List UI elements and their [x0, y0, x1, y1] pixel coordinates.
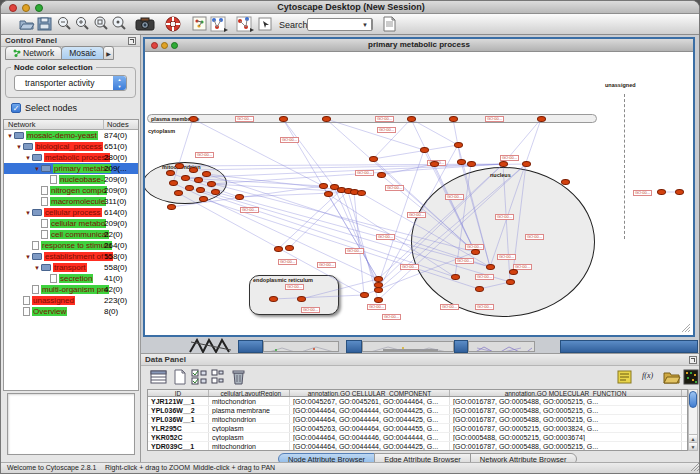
region-nucleus[interactable]: nucleus: [411, 167, 595, 317]
network-node[interactable]: [374, 287, 383, 293]
tree-row[interactable]: ▼mosaic-demo-yeast874(0): [4, 130, 138, 141]
network-node[interactable]: [467, 161, 476, 167]
select-all-attributes-icon[interactable]: [191, 369, 208, 385]
tree-row[interactable]: nucleobase-209(0): [4, 174, 138, 185]
network-node[interactable]: [506, 279, 515, 285]
background-window-titlebar[interactable]: [560, 340, 698, 353]
expander-icon[interactable]: ▼: [6, 133, 14, 139]
tree-row[interactable]: unassigned223(0): [4, 295, 138, 306]
delete-attribute-icon[interactable]: [231, 369, 246, 385]
network-node[interactable]: [324, 191, 333, 197]
network-node[interactable]: [166, 170, 175, 176]
view-resize-grip[interactable]: [682, 324, 691, 333]
select-attributes-icon[interactable]: [150, 369, 167, 385]
expander-icon[interactable]: ▼: [15, 144, 23, 150]
import-attributes-icon[interactable]: [663, 369, 681, 385]
unselect-all-attributes-icon[interactable]: [211, 369, 224, 385]
network-node[interactable]: [430, 161, 439, 167]
help-icon[interactable]: [165, 16, 182, 32]
network-node[interactable]: [297, 296, 306, 302]
network-node[interactable]: [174, 190, 183, 196]
zoom-out-icon[interactable]: [57, 16, 72, 32]
network-node[interactable]: [486, 264, 495, 270]
network-node[interactable]: [196, 187, 205, 193]
background-window-edge[interactable]: [346, 340, 362, 353]
table-scrollbar[interactable]: ▲ ▼: [688, 389, 698, 451]
tree-row[interactable]: cell communicat22(0): [4, 229, 138, 240]
network-node[interactable]: [537, 116, 546, 122]
network-node[interactable]: [522, 161, 531, 167]
tree-column-nodes[interactable]: Nodes: [103, 120, 129, 130]
network-node[interactable]: [475, 286, 484, 292]
take-snapshot-icon[interactable]: [135, 16, 155, 32]
tree-column-network[interactable]: Network: [8, 120, 36, 129]
tree-row[interactable]: ▼biological_process651(0): [4, 141, 138, 152]
expander-icon[interactable]: ▼: [33, 166, 41, 172]
network-node[interactable]: [207, 181, 216, 187]
network-node[interactable]: [657, 189, 666, 195]
network-node[interactable]: [279, 116, 288, 122]
zoom-in-icon[interactable]: [75, 16, 90, 32]
table-row[interactable]: YPL036W__2plasma membrane[GO:0044464, GO…: [148, 406, 687, 415]
column-header[interactable]: ID: [148, 390, 209, 396]
table-row[interactable]: YKR052Ccytoplasm[GO:0044464, GO:0044446,…: [148, 433, 687, 442]
float-panel-icon[interactable]: [128, 37, 136, 45]
table-row[interactable]: YJR121W__1mitochondrion[GO:0045267, GO:0…: [148, 397, 687, 406]
create-new-attribute-icon[interactable]: [173, 369, 187, 385]
network-node[interactable]: [235, 194, 244, 200]
network-node[interactable]: [407, 116, 416, 122]
network-node[interactable]: [369, 156, 378, 162]
node-color-attribute-select[interactable]: transporter activity ▲▼: [14, 75, 127, 91]
network-node[interactable]: [211, 189, 220, 195]
tree-row[interactable]: nitrogen compo209(0): [4, 185, 138, 196]
save-session-icon[interactable]: [37, 16, 52, 32]
column-header[interactable]: annotation.GO MOLECULAR_FUNCTION: [450, 390, 682, 396]
network-node[interactable]: [454, 142, 463, 148]
network-node[interactable]: [167, 204, 176, 210]
scroll-up-icon[interactable]: ▲: [689, 434, 697, 442]
window-resize-grip[interactable]: [691, 463, 700, 472]
tree-row[interactable]: cellular metabo209(0): [4, 218, 138, 229]
tree-row[interactable]: ▼cellular process614(0): [4, 207, 138, 218]
tab-mosaic[interactable]: Mosaic: [61, 46, 104, 60]
expander-icon[interactable]: ▼: [24, 254, 32, 260]
open-session-icon[interactable]: [18, 16, 35, 32]
tab-network[interactable]: Network: [5, 46, 62, 60]
tree-row[interactable]: ▼establishment of lo558(0): [4, 251, 138, 262]
tree-row[interactable]: response to stimulu264(0): [4, 240, 138, 251]
network-node[interactable]: [360, 292, 369, 298]
network-node[interactable]: [169, 180, 178, 186]
zoom-fit-content-icon[interactable]: [111, 16, 127, 32]
background-window-edge[interactable]: [454, 340, 468, 353]
table-row[interactable]: YPL036W__1mitochondrion[GO:0044464, GO:0…: [148, 415, 687, 424]
region-plasma-membrane[interactable]: plasma membrane: [147, 114, 597, 123]
background-window-strip[interactable]: [468, 341, 535, 352]
network-node[interactable]: [561, 179, 570, 185]
attribute-matrix-icon[interactable]: [683, 369, 699, 385]
network-node[interactable]: [457, 159, 466, 165]
network-node[interactable]: [509, 269, 518, 275]
select-nodes-checkbox[interactable]: ✓: [11, 103, 21, 113]
network-node[interactable]: [199, 196, 208, 202]
column-header[interactable]: _cellularLayoutRegion: [209, 390, 290, 396]
network-node[interactable]: [319, 183, 328, 189]
formula-builder-icon[interactable]: f(x): [642, 369, 658, 383]
enhanced-search-document-icon[interactable]: [382, 16, 397, 32]
network-node[interactable]: [285, 245, 294, 251]
expander-icon[interactable]: ▼: [24, 155, 32, 161]
network-node[interactable]: [451, 274, 460, 280]
expander-icon[interactable]: ▼: [24, 210, 32, 216]
network-node[interactable]: [175, 163, 184, 169]
network-node[interactable]: [499, 161, 508, 167]
table-row[interactable]: YLR295Ccytoplasm[GO:0045263, GO:0044464,…: [148, 424, 687, 433]
background-window-strip[interactable]: [362, 341, 454, 352]
tree-row[interactable]: multi-organism pro42(0): [4, 284, 138, 295]
layout-blue-nodes-icon[interactable]: [210, 16, 229, 32]
annotation-tool-icon[interactable]: [258, 16, 273, 32]
search-dropdown-icon[interactable]: ▼: [359, 18, 372, 31]
table-row[interactable]: YDR039C__1mitochondrion[GO:0044464, GO:0…: [148, 442, 687, 451]
network-node[interactable]: [269, 296, 278, 302]
tree-row[interactable]: ▼transport558(0): [4, 262, 138, 273]
tree-row[interactable]: macromolecule311(0): [4, 196, 138, 207]
network-node[interactable]: [357, 190, 366, 196]
